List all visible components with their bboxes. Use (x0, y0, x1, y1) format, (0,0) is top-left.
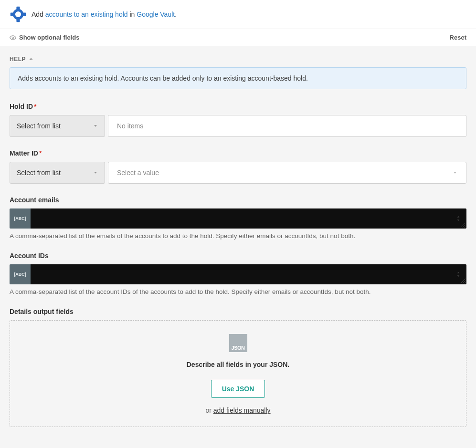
abc-type-badge: [ABC] (10, 208, 31, 229)
svg-marker-15 (457, 275, 460, 277)
hold-id-label-text: Hold ID (10, 103, 33, 110)
or-word: or (205, 406, 213, 414)
account-emails-field: Account emails [ABC] A comma-separated l… (10, 196, 466, 240)
required-indicator: * (39, 149, 42, 157)
json-describe-text: Describe all fields in your JSON. (20, 361, 456, 368)
add-fields-manually-link[interactable]: add fields manually (213, 406, 271, 414)
caret-down-icon (93, 170, 98, 175)
optional-label: Show optional fields (19, 34, 79, 41)
hold-id-label: Hold ID* (10, 103, 466, 110)
chevron-up-icon (29, 57, 33, 62)
svg-marker-14 (457, 272, 460, 273)
help-toggle[interactable]: HELP (10, 56, 466, 63)
account-ids-input[interactable] (31, 264, 466, 284)
matter-id-source-select[interactable]: Select from list (10, 162, 105, 184)
accounts-link[interactable]: accounts to an existing hold (45, 10, 128, 18)
app-logo-icon (10, 6, 27, 23)
account-ids-hint: A comma-separated list of the account ID… (10, 288, 466, 295)
caret-down-icon (453, 170, 457, 175)
json-icon: JSON (229, 334, 247, 352)
drag-handle-icon[interactable] (455, 215, 462, 222)
eye-icon (10, 34, 16, 41)
abc-type-badge: [ABC] (10, 264, 31, 284)
details-output-field: Details output fields JSON Describe all … (10, 308, 466, 427)
drag-handle-icon[interactable] (455, 271, 462, 278)
google-vault-link[interactable]: Google Vault (137, 10, 175, 18)
reset-button[interactable]: Reset (450, 34, 466, 41)
page-header: Add accounts to an existing hold in Goog… (0, 0, 476, 29)
header-text: Add accounts to an existing hold in Goog… (32, 10, 177, 18)
resize-corner-icon[interactable] (461, 279, 465, 283)
matter-id-label-text: Matter ID (10, 149, 38, 157)
header-middle: in (128, 10, 137, 18)
svg-marker-8 (454, 172, 456, 173)
svg-line-13 (465, 227, 465, 228)
account-emails-input[interactable] (31, 208, 466, 229)
hold-id-field: Hold ID* Select from list No items (10, 103, 466, 137)
form-content: HELP Adds accounts to an existing hold. … (0, 46, 476, 437)
matter-id-label: Matter ID* (10, 149, 466, 157)
details-label: Details output fields (10, 308, 466, 315)
or-text: or add fields manually (20, 406, 456, 414)
svg-point-5 (12, 37, 14, 39)
account-emails-hint: A comma-separated list of the emails of … (10, 232, 466, 240)
matter-id-placeholder: Select a value (117, 169, 159, 177)
hold-id-source-select[interactable]: Select from list (10, 115, 105, 137)
show-optional-toggle[interactable]: Show optional fields (10, 34, 79, 41)
matter-id-select-label: Select from list (17, 169, 61, 177)
required-indicator: * (34, 103, 36, 110)
matter-id-field: Matter ID* Select from list Select a val… (10, 149, 466, 184)
resize-corner-icon[interactable] (461, 223, 465, 228)
svg-point-4 (14, 10, 22, 18)
header-prefix: Add (32, 10, 45, 18)
json-definition-box: JSON Describe all fields in your JSON. U… (10, 320, 466, 427)
account-ids-label: Account IDs (10, 252, 466, 260)
account-ids-field: Account IDs [ABC] A comma-separated list… (10, 252, 466, 295)
hold-id-value[interactable]: No items (108, 115, 466, 137)
svg-marker-10 (457, 219, 460, 221)
header-suffix: . (175, 10, 177, 18)
use-json-button[interactable]: Use JSON (211, 380, 265, 398)
svg-marker-9 (457, 216, 460, 218)
matter-id-value-select[interactable]: Select a value (108, 162, 466, 184)
svg-marker-6 (94, 125, 97, 126)
account-emails-label: Account emails (10, 196, 466, 204)
svg-line-18 (465, 282, 465, 283)
toolbar: Show optional fields Reset (0, 29, 476, 46)
help-box: Adds accounts to an existing hold. Accou… (10, 67, 466, 89)
help-title: HELP (10, 56, 26, 63)
hold-id-select-label: Select from list (17, 122, 61, 130)
caret-down-icon (93, 124, 98, 128)
svg-marker-7 (94, 172, 97, 173)
